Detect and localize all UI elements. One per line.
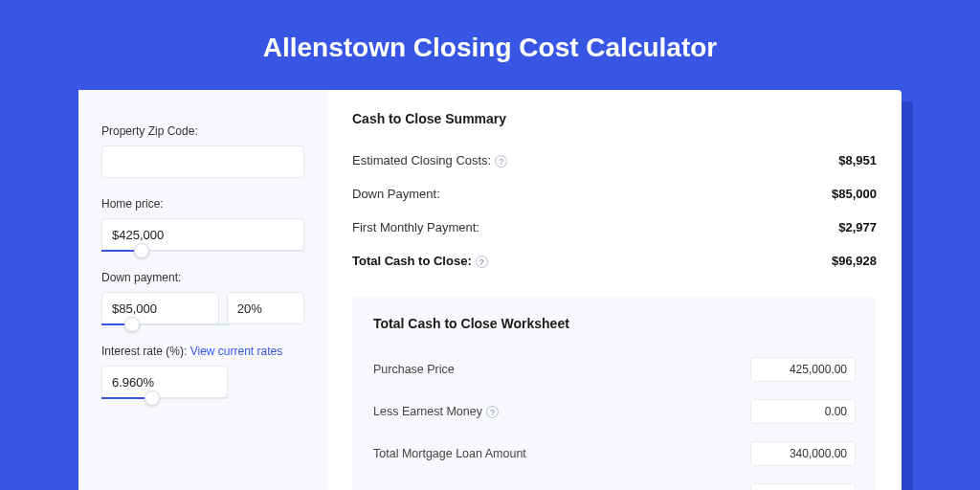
worksheet-list: Purchase PriceLess Earnest Money?Total M… (373, 348, 856, 490)
worksheet-row-label-text: Purchase Price (373, 363, 455, 376)
summary-row-label-text: First Monthly Payment: (352, 220, 479, 234)
summary-row: First Monthly Payment:$2,977 (352, 211, 877, 244)
summary-row-label-text: Down Payment: (352, 187, 440, 201)
worksheet-row-label-text: Less Earnest Money (373, 405, 482, 418)
summary-row-label-text: Total Cash to Close: (352, 254, 472, 268)
summary-row-value: $85,000 (832, 187, 877, 201)
home-price-field-group: Home price: (101, 197, 304, 252)
summary-row-value: $2,977 (838, 220, 877, 234)
zip-field-group: Property Zip Code: (101, 124, 304, 178)
help-icon[interactable]: ? (495, 155, 507, 167)
worksheet-panel: Total Cash to Close Worksheet Purchase P… (352, 297, 877, 490)
view-rates-link[interactable]: View current rates (190, 345, 283, 358)
summary-heading: Cash to Close Summary (352, 111, 877, 126)
summary-row-label: Down Payment: (352, 187, 440, 201)
worksheet-row: Purchase Price (373, 348, 856, 390)
home-price-slider[interactable] (101, 250, 304, 252)
worksheet-row-input[interactable] (750, 483, 856, 490)
down-payment-slider-thumb[interactable] (124, 317, 140, 332)
zip-label: Property Zip Code: (101, 124, 304, 138)
summary-row-label-text: Estimated Closing Costs: (352, 153, 491, 167)
interest-rate-label: Interest rate (%): View current rates (101, 345, 304, 358)
worksheet-row-label: Less Earnest Money? (373, 405, 499, 418)
results-panel: Cash to Close Summary Estimated Closing … (327, 90, 902, 490)
interest-rate-slider-thumb[interactable] (145, 390, 160, 406)
down-payment-label: Down payment: (101, 271, 304, 284)
worksheet-row-label: Purchase Price (373, 363, 455, 376)
summary-row: Down Payment:$85,000 (352, 177, 877, 211)
summary-row-label: Total Cash to Close:? (352, 254, 488, 268)
worksheet-heading: Total Cash to Close Worksheet (373, 316, 856, 331)
interest-rate-slider[interactable] (101, 397, 228, 399)
down-payment-amount-input[interactable] (101, 292, 219, 324)
zip-input[interactable] (101, 145, 304, 178)
interest-rate-label-text: Interest rate (%): (101, 345, 187, 358)
page-title: Allenstown Closing Cost Calculator (0, 0, 980, 90)
worksheet-row-label-text: Total Mortgage Loan Amount (373, 447, 526, 460)
worksheet-row-input[interactable] (750, 399, 856, 424)
summary-row: Total Cash to Close:?$96,928 (352, 244, 877, 278)
worksheet-row-label: Total Mortgage Loan Amount (373, 447, 526, 460)
down-payment-field-group: Down payment: (101, 271, 304, 325)
summary-list: Estimated Closing Costs:?$8,951Down Paym… (352, 144, 877, 278)
worksheet-row: Less Earnest Money? (373, 390, 856, 433)
home-price-input[interactable] (101, 218, 304, 251)
summary-row-label: First Monthly Payment: (352, 220, 479, 234)
summary-row-value: $96,928 (832, 254, 877, 268)
help-icon[interactable]: ? (476, 256, 488, 268)
home-price-slider-thumb[interactable] (134, 243, 149, 258)
summary-row-label: Estimated Closing Costs:? (352, 153, 507, 167)
summary-row-value: $8,951 (838, 153, 877, 167)
help-icon[interactable]: ? (486, 406, 499, 418)
down-payment-percent-input[interactable] (227, 292, 304, 324)
summary-row: Estimated Closing Costs:?$8,951 (352, 144, 877, 177)
down-payment-slider[interactable] (101, 323, 230, 325)
input-panel: Property Zip Code: Home price: Down paym… (78, 90, 327, 490)
interest-rate-field-group: Interest rate (%): View current rates (101, 345, 304, 399)
home-price-label: Home price: (101, 197, 304, 211)
worksheet-row: Total Second Mortgage Amount (373, 475, 856, 490)
worksheet-row-input[interactable] (750, 357, 856, 382)
worksheet-row-input[interactable] (750, 441, 856, 466)
worksheet-row: Total Mortgage Loan Amount (373, 433, 856, 475)
interest-rate-input[interactable] (101, 366, 228, 398)
calculator-card: Property Zip Code: Home price: Down paym… (78, 90, 902, 490)
